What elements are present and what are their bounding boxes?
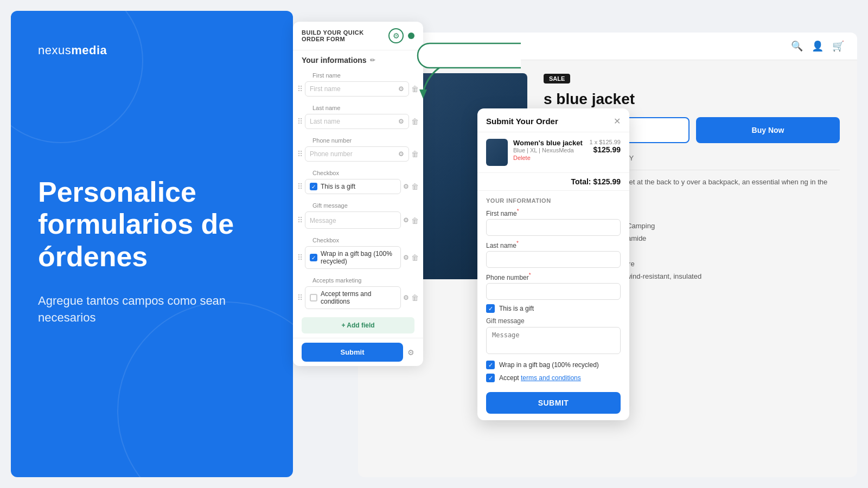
checkbox-checked-icon: ✓ [310,183,317,190]
modal-product-name: Women's blue jacket [513,139,584,147]
modal-first-name-field: First name* [486,208,621,236]
product-name: s blue jacket [544,90,840,108]
gift-checkbox-group: Checkbox ⠿ ✓ This is a gift ⚙ 🗑 [293,165,423,198]
delete-icon[interactable]: 🗑 [411,117,419,126]
gift-message-textarea[interactable]: Message [305,211,401,229]
terms-link[interactable]: terms and conditions [521,374,581,382]
modal-phone-input[interactable] [486,283,621,300]
submit-row: Submit ⚙ [293,338,423,366]
modal-wrap-label: Wrap in a gift bag (100% recycled) [499,361,599,369]
modal-message-textarea[interactable] [486,327,621,354]
checkbox-unchecked-icon [310,294,317,301]
drag-handle-icon[interactable]: ⠿ [297,85,303,93]
terms-checkbox-field[interactable]: Accept terms and conditions [305,286,401,309]
modal-submit-button[interactable]: SUBMIT [486,392,621,414]
field-settings-icon[interactable]: ⚙ [398,85,404,93]
modal-last-name-label: Last name* [486,240,621,249]
delete-icon[interactable]: 🗑 [411,253,419,262]
checkbox-checked-icon: ✓ [310,254,317,261]
close-icon[interactable]: ✕ [614,116,621,126]
modal-first-name-input[interactable] [486,219,621,236]
header-icons: ⚙ [388,28,414,43]
form-builder-header: BUILD YOUR QUICK ORDER FORM ⚙ [293,22,423,50]
modal-gift-label: This is a gift [499,305,534,312]
product-badge: SALE [544,74,570,84]
left-content: Personalice formularios de órdenes Agreg… [38,57,266,445]
gift-checkbox-row: ⠿ ✓ This is a gift ⚙ 🗑 [293,177,423,196]
modal-product-image [486,139,508,166]
cart-icon[interactable]: 🛒 [832,40,844,52]
checkbox2-label: Checkbox [293,235,423,245]
phone-row: ⠿ Phone number ⚙ 🗑 [293,145,423,163]
modal-terms-label: Accept terms and conditions [499,374,581,382]
gift-message-group: Gift message ⠿ Message ⚙ 🗑 [293,198,423,233]
edit-icon[interactable]: ✏ [370,56,375,64]
modal-product-row: Women's blue jacket Blue | XL | NexusMed… [477,132,629,173]
modal-amount: $125.99 [590,145,621,154]
section-label: Your informations [302,56,367,65]
chevron-down-icon: ▾ [439,43,442,49]
marketing-label: Accepts marketing [293,275,423,285]
last-name-row: ⠿ Last name ⚙ 🗑 [293,112,423,131]
modal-terms-row: ✓ Accept terms and conditions [486,374,621,382]
terms-checkbox-row: ⠿ Accept terms and conditions ⚙ 🗑 [293,285,423,311]
modal-phone-field: Phone number* [486,272,621,300]
drag-handle-icon[interactable]: ⠿ [297,293,303,302]
terms-checkbox-text: Accept terms and conditions [321,290,396,305]
brand-name: nexusmedia [38,43,266,57]
drag-handle-icon[interactable]: ⠿ [297,253,303,262]
gift-checkbox-field[interactable]: ✓ This is a gift [305,179,401,194]
drag-handle-icon[interactable]: ⠿ [297,150,303,158]
first-name-placeholder: First name [310,85,398,93]
field-settings-icon[interactable]: ⚙ [403,216,409,224]
submit-settings-icon[interactable]: ⚙ [407,348,414,357]
buy-now-button[interactable]: Buy Now [696,117,840,143]
field-settings-icon[interactable]: ⚙ [403,183,409,190]
drag-handle-icon[interactable]: ⠿ [297,117,303,126]
first-name-label: First name [293,70,423,80]
last-name-field-group: Last name ⠿ Last name ⚙ 🗑 [293,100,423,133]
modal-last-name-input[interactable] [486,251,621,268]
modal-form: YOUR INFORMATION First name* Last name* [477,191,629,420]
add-field-button[interactable]: + Add field [302,317,414,333]
shop-nav: Clothe... ▾ Shoes ▾ 🔍 👤 🛒 [358,33,857,60]
form-section-title: Your informations ✏ [293,50,423,68]
modal-product-info: Women's blue jacket Blue | XL | NexusMed… [513,139,584,161]
submit-button[interactable]: Submit [302,343,403,362]
field-settings-icon[interactable]: ⚙ [403,294,409,301]
drag-handle-icon[interactable]: ⠿ [297,182,303,191]
modal-delete-link[interactable]: Delete [513,155,584,161]
delete-icon[interactable]: 🗑 [411,182,419,191]
gift-message-row: ⠿ Message ⚙ 🗑 [293,210,423,230]
last-name-placeholder: Last name [310,118,398,125]
field-settings-icon[interactable]: ⚙ [403,254,409,261]
last-name-input-wrapper: Last name ⚙ [305,114,409,129]
wrap-checkbox-field[interactable]: ✓ Wrap in a gift bag (100% recycled) [305,246,401,269]
modal-gift-message-label: Gift message [486,317,621,325]
modal-gift-checkbox-row: ✓ This is a gift [486,304,621,313]
submit-order-modal: Submit Your Order ✕ Women's blue jacket … [477,108,629,420]
field-settings-icon[interactable]: ⚙ [398,150,404,158]
wrap-checkbox-text: Wrap in a gift bag (100% recycled) [321,250,396,265]
account-icon[interactable]: 👤 [812,40,824,52]
marketing-group: Accepts marketing ⠿ Accept terms and con… [293,273,423,313]
modal-product-price-block: 1 x $125.99 $125.99 [590,139,621,154]
search-icon[interactable]: 🔍 [791,40,803,52]
modal-total: Total: $125.99 [477,173,629,191]
left-panel: nexusmedia Personalice formularios de ór… [11,11,293,477]
delete-icon[interactable]: 🗑 [411,216,419,225]
drag-handle-icon[interactable]: ⠿ [297,216,303,224]
settings-icon[interactable]: ⚙ [388,28,404,43]
gift-message-label: Gift message [293,200,423,210]
delete-icon[interactable]: 🗑 [411,293,419,302]
modal-qty: 1 x $125.99 [590,139,621,145]
first-name-input-wrapper: First name ⚙ [305,81,409,97]
field-settings-icon[interactable]: ⚙ [398,118,404,125]
modal-product-variant: Blue | XL | NexusMeda [513,147,584,153]
first-name-row: ⠿ First name ⚙ 🗑 [293,80,423,98]
form-builder-title: BUILD YOUR QUICK ORDER FORM [302,29,388,42]
modal-phone-label: Phone number* [486,272,621,281]
modal-checkbox-checked-icon: ✓ [486,304,495,313]
delete-icon[interactable]: 🗑 [411,85,419,93]
delete-icon[interactable]: 🗑 [411,150,419,158]
